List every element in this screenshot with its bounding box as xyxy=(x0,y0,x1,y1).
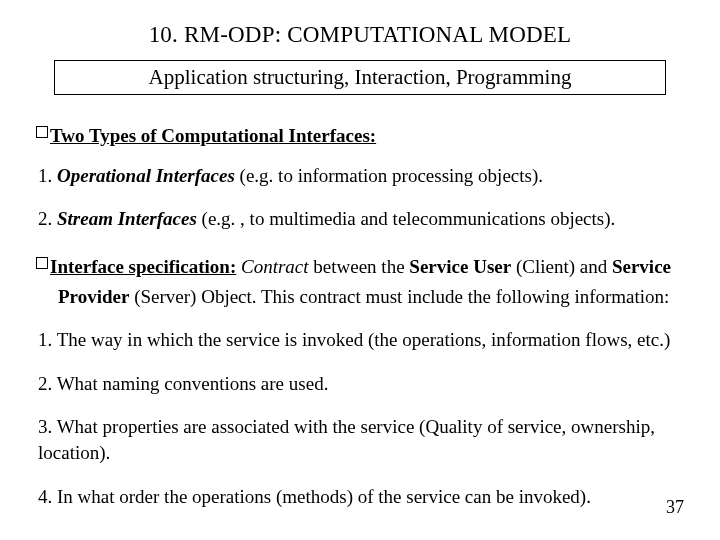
contract-item-2: 2. What naming conventions are used. xyxy=(36,371,684,397)
slide-title: 10. RM-ODP: COMPUTATIONAL MODEL xyxy=(36,22,684,48)
subtitle-box: Application structuring, Interaction, Pr… xyxy=(54,60,666,95)
interface-spec-heading: Interface specification: xyxy=(50,256,236,277)
contract-item-1: 1. The way in which the service is invok… xyxy=(36,327,684,353)
bullet-square-icon xyxy=(36,257,48,269)
page-number: 37 xyxy=(666,497,684,518)
contract-item-4: 4. In what order the operations (methods… xyxy=(36,484,684,510)
two-types-heading: Two Types of Computational Interfaces: xyxy=(50,125,376,146)
item2-term: Stream Interfaces xyxy=(57,208,197,229)
service-user: Service User xyxy=(409,256,511,277)
interface-spec-body: Provider (Server) Object. This contract … xyxy=(36,284,684,310)
operational-interfaces-item: 1. Operational Interfaces (e.g. to infor… xyxy=(36,163,684,189)
provider-word: Provider xyxy=(58,286,129,307)
spec-mid2: (Client) and xyxy=(511,256,612,277)
item1-rest: (e.g. to information processing objects)… xyxy=(235,165,543,186)
contract-item-3: 3. What properties are associated with t… xyxy=(36,414,684,465)
item1-term: Operational Interfaces xyxy=(57,165,235,186)
subtitle-text: Application structuring, Interaction, Pr… xyxy=(149,65,572,89)
spec-tail: (Server) Object. This contract must incl… xyxy=(129,286,669,307)
bullet-square-icon xyxy=(36,126,48,138)
service-word: Service xyxy=(612,256,671,277)
item1-number: 1. xyxy=(38,165,57,186)
item2-number: 2. xyxy=(38,208,57,229)
stream-interfaces-item: 2. Stream Interfaces (e.g. , to multimed… xyxy=(36,206,684,232)
item2-rest: (e.g. , to multimedia and telecommunicat… xyxy=(197,208,615,229)
section-interface-spec: Interface specification: Contract betwee… xyxy=(36,254,684,280)
contract-word: Contract xyxy=(241,256,309,277)
section-two-types: Two Types of Computational Interfaces: xyxy=(36,123,684,149)
slide: 10. RM-ODP: COMPUTATIONAL MODEL Applicat… xyxy=(0,0,720,540)
spec-mid1: between the xyxy=(309,256,410,277)
